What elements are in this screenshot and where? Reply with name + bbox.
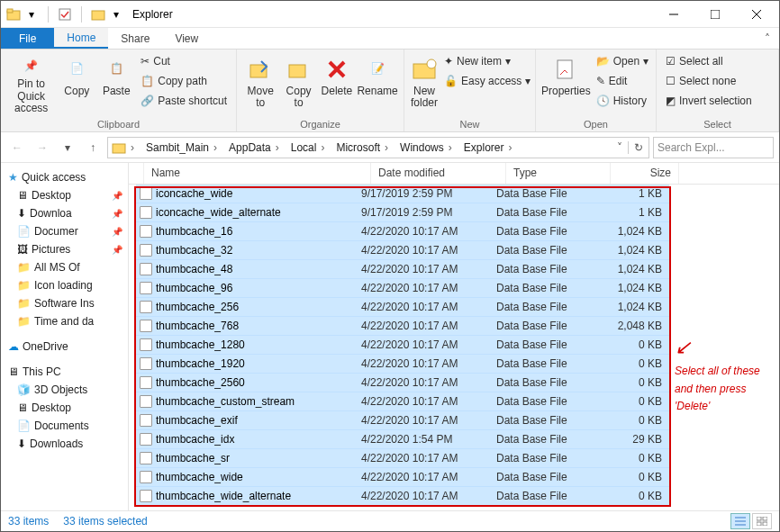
- sidebar-onedrive[interactable]: ☁OneDrive: [3, 338, 126, 356]
- sidebar-item[interactable]: 📁All MS Of: [3, 258, 126, 276]
- properties-check-icon[interactable]: [58, 7, 72, 22]
- file-menu[interactable]: File: [1, 28, 54, 49]
- file-type: Data Base File: [496, 320, 601, 332]
- sidebar-item[interactable]: 🖥Desktop: [3, 399, 126, 417]
- file-icon: [140, 357, 152, 370]
- svg-rect-1: [7, 9, 13, 13]
- properties-button[interactable]: Properties: [541, 51, 591, 114]
- file-row[interactable]: thumbcache_2564/22/2020 10:17 AMData Bas…: [136, 298, 669, 317]
- new-item-icon: ✦: [444, 55, 453, 68]
- crumb[interactable]: AppData›: [225, 141, 287, 154]
- delete-button[interactable]: Delete: [319, 51, 355, 114]
- file-icon: [140, 225, 152, 238]
- qat-dropdown-icon[interactable]: ▾: [109, 7, 123, 22]
- back-button[interactable]: ←: [6, 137, 28, 158]
- file-type: Data Base File: [496, 433, 601, 446]
- file-row[interactable]: thumbcache_wide_alternate4/22/2020 10:17…: [136, 487, 669, 506]
- svg-rect-2: [59, 9, 70, 20]
- up-button[interactable]: ↑: [82, 137, 104, 158]
- forward-button[interactable]: →: [32, 137, 53, 158]
- sidebar-item[interactable]: 📄Documer📌: [3, 222, 126, 240]
- sidebar-item[interactable]: 📄Documents: [3, 417, 126, 435]
- crumb[interactable]: Sambit_Main›: [142, 141, 225, 154]
- minimize-button[interactable]: [653, 1, 694, 28]
- edit-button[interactable]: ✎Edit: [593, 71, 652, 91]
- file-name: thumbcache_custom_stream: [156, 395, 295, 408]
- breadcrumb-dropdown-icon[interactable]: ˅: [612, 141, 628, 154]
- tab-share[interactable]: Share: [108, 28, 162, 49]
- sidebar-quick-access[interactable]: ★Quick access: [3, 168, 126, 186]
- copy-to-button[interactable]: Copy to: [280, 51, 316, 114]
- file-name: thumbcache_96: [156, 282, 232, 294]
- close-button[interactable]: [736, 1, 777, 28]
- file-row[interactable]: thumbcache_324/22/2020 10:17 AMData Base…: [136, 241, 669, 260]
- cut-button[interactable]: ✂Cut: [137, 51, 231, 71]
- details-view-button[interactable]: [730, 513, 750, 529]
- history-button[interactable]: 🕓History: [593, 91, 652, 111]
- file-row[interactable]: iconcache_wide9/17/2019 2:59 PMData Base…: [136, 185, 669, 203]
- quick-access-icon: ★: [8, 171, 18, 184]
- copy-button[interactable]: 📄Copy: [58, 51, 95, 114]
- file-row[interactable]: thumbcache_exif4/22/2020 10:17 AMData Ba…: [136, 411, 669, 430]
- new-item-button[interactable]: ✦New item▾: [440, 51, 534, 71]
- file-row[interactable]: thumbcache_7684/22/2020 10:17 AMData Bas…: [136, 317, 669, 336]
- sidebar-item[interactable]: 📁Software Ins: [3, 294, 126, 312]
- sidebar-item[interactable]: 🖼Pictures📌: [3, 240, 126, 258]
- file-size: 29 KB: [601, 433, 669, 446]
- column-date[interactable]: Date modified: [371, 163, 506, 184]
- large-icons-view-button[interactable]: [752, 513, 772, 529]
- sidebar-item[interactable]: 📁Icon loading: [3, 276, 126, 294]
- crumb[interactable]: Microsoft›: [332, 141, 396, 154]
- search-input[interactable]: Search Expl...: [653, 137, 774, 158]
- move-to-button[interactable]: Move to: [242, 51, 278, 114]
- crumb[interactable]: Explorer›: [460, 141, 521, 154]
- refresh-button[interactable]: ↻: [628, 141, 648, 154]
- crumb[interactable]: Windows›: [396, 141, 460, 154]
- sidebar-item[interactable]: 🧊3D Objects: [3, 381, 126, 399]
- file-row[interactable]: thumbcache_484/22/2020 10:17 AMData Base…: [136, 260, 669, 279]
- column-type[interactable]: Type: [506, 163, 611, 184]
- file-row[interactable]: iconcache_wide_alternate9/17/2019 2:59 P…: [136, 203, 669, 222]
- breadcrumb[interactable]: › Sambit_Main› AppData› Local› Microsoft…: [107, 137, 649, 158]
- pin-icon: 📌: [112, 191, 122, 201]
- easy-access-button[interactable]: 🔓Easy access▾: [440, 71, 534, 91]
- file-row[interactable]: thumbcache_wide4/22/2020 10:17 AMData Ba…: [136, 468, 669, 487]
- maximize-button[interactable]: [694, 1, 736, 28]
- select-all-button[interactable]: ☑Select all: [662, 51, 756, 71]
- file-icon: [140, 433, 152, 446]
- select-none-icon: ☐: [666, 75, 676, 87]
- svg-rect-5: [711, 10, 720, 19]
- invert-selection-button[interactable]: ◩Invert selection: [662, 91, 756, 111]
- new-folder-button[interactable]: New folder: [410, 51, 439, 114]
- ribbon-collapse-icon[interactable]: ˄: [756, 28, 779, 49]
- file-row[interactable]: thumbcache_25604/22/2020 10:17 AMData Ba…: [136, 374, 669, 392]
- sidebar-item[interactable]: ⬇Downloa📌: [3, 204, 126, 222]
- sidebar-item[interactable]: ⬇Downloads: [3, 435, 126, 453]
- select-none-button[interactable]: ☐Select none: [662, 71, 756, 91]
- file-row[interactable]: thumbcache_custom_stream4/22/2020 10:17 …: [136, 392, 669, 411]
- paste-button[interactable]: 📋Paste: [97, 51, 135, 114]
- recent-locations-button[interactable]: ▾: [57, 137, 78, 158]
- tab-view[interactable]: View: [162, 28, 211, 49]
- tab-home[interactable]: Home: [54, 28, 108, 49]
- pin-to-quick-access-button[interactable]: 📌Pin to Quick access: [6, 51, 56, 114]
- rename-button[interactable]: 📝Rename: [357, 51, 398, 114]
- file-row[interactable]: thumbcache_19204/22/2020 10:17 AMData Ba…: [136, 355, 669, 374]
- file-row[interactable]: thumbcache_sr4/22/2020 10:17 AMData Base…: [136, 449, 669, 468]
- sidebar-item[interactable]: 🖥Desktop📌: [3, 186, 126, 204]
- file-row[interactable]: thumbcache_12804/22/2020 10:17 AMData Ba…: [136, 336, 669, 355]
- easy-access-icon: 🔓: [444, 75, 458, 87]
- file-row[interactable]: thumbcache_964/22/2020 10:17 AMData Base…: [136, 279, 669, 298]
- crumb[interactable]: Local›: [287, 141, 333, 154]
- column-name[interactable]: Name: [144, 163, 371, 184]
- qat-dropdown-icon[interactable]: ▾: [24, 7, 39, 22]
- file-row[interactable]: thumbcache_idx4/22/2020 1:54 PMData Base…: [136, 430, 669, 449]
- paste-shortcut-button[interactable]: 🔗Paste shortcut: [137, 91, 231, 111]
- copy-path-button[interactable]: 📋Copy path: [137, 71, 231, 91]
- sidebar-item[interactable]: 📁Time and da: [3, 312, 126, 330]
- column-size[interactable]: Size: [611, 163, 679, 184]
- file-row[interactable]: thumbcache_164/22/2020 10:17 AMData Base…: [136, 222, 669, 241]
- open-button[interactable]: 📂Open▾: [593, 51, 652, 71]
- svg-point-13: [427, 59, 436, 68]
- sidebar-this-pc[interactable]: 🖥This PC: [3, 363, 126, 381]
